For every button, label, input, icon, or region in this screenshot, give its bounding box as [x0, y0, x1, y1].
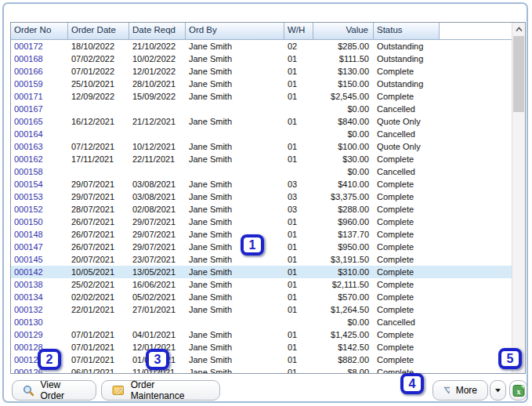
table-row[interactable]: 00016516/12/202121/12/2021Jane Smith01$8…: [11, 115, 512, 128]
order-maintenance-button[interactable]: Order Maintenance: [101, 380, 220, 401]
column-header-wh[interactable]: W/H: [284, 23, 313, 39]
cell-filler: [440, 216, 512, 228]
cell-order_no: 000165: [11, 115, 68, 128]
cell-ord_by: Jane Smith: [186, 278, 284, 291]
column-header-status[interactable]: Status: [374, 23, 440, 39]
cell-ord_by: [186, 165, 284, 178]
column-header-value[interactable]: Value: [313, 23, 374, 39]
view-order-button[interactable]: View Order: [12, 380, 96, 401]
table-row[interactable]: 00016607/01/202212/01/2022Jane Smith01$1…: [11, 65, 512, 78]
cell-wh: 01: [284, 90, 313, 103]
cell-date_reqd: 05/02/2021: [129, 291, 186, 303]
cell-ord_by: Jane Smith: [186, 328, 284, 341]
column-header-order_no[interactable]: Order No: [11, 23, 68, 39]
cell-order_no: 000159: [11, 78, 68, 90]
table-row[interactable]: 00015925/10/202128/10/2021Jane Smith01$1…: [11, 78, 512, 90]
table-row[interactable]: 00015228/07/202102/08/2021Jane Smith03$2…: [11, 203, 512, 216]
cell-filler: [440, 253, 512, 266]
callout-3: 3: [146, 349, 169, 370]
cell-date_reqd: 13/05/2021: [129, 266, 186, 278]
cell-status: Cancelled: [374, 128, 440, 140]
cell-date_reqd: 21/12/2021: [129, 115, 186, 128]
cell-status: Complete: [374, 266, 440, 278]
cell-ord_by: Jane Smith: [186, 241, 284, 253]
cell-status: Complete: [374, 153, 440, 165]
cell-value: $3,375.00: [313, 190, 374, 203]
more-button[interactable]: More: [432, 380, 488, 401]
table-body: 00017218/10/202221/10/2022Jane Smith02$2…: [11, 40, 512, 373]
cell-order_no: 000168: [11, 53, 68, 65]
table-row[interactable]: 00015026/07/202129/07/2021Jane Smith01$9…: [11, 216, 512, 228]
table-row[interactable]: 000167$0.00Cancelled: [11, 103, 512, 115]
export-to-excel-button[interactable]: x: [509, 380, 527, 401]
vertical-scrollbar[interactable]: [512, 23, 525, 373]
scroll-up-button[interactable]: [512, 23, 525, 36]
table-row[interactable]: 00015429/07/202103/08/2021Jane Smith03$4…: [11, 178, 512, 190]
table-row[interactable]: 00013825/02/202116/06/2021Jane Smith01$2…: [11, 278, 512, 291]
table-row[interactable]: 00012606/01/202111/01/2021Jane Smith01$8…: [11, 366, 512, 373]
column-header-order_date[interactable]: Order Date: [68, 23, 129, 39]
table-row[interactable]: 00013222/01/202127/01/2021Jane Smith01$1…: [11, 303, 512, 316]
cell-ord_by: Jane Smith: [186, 140, 284, 153]
table-row[interactable]: 000158$0.00Cancelled: [11, 165, 512, 178]
cell-order_date: 07/01/2021: [68, 341, 129, 353]
table-row[interactable]: 000164$0.00Cancelled: [11, 128, 512, 140]
table-row[interactable]: 00017218/10/202221/10/2022Jane Smith02$2…: [11, 40, 512, 53]
cell-ord_by: Jane Smith: [186, 53, 284, 65]
cell-ord_by: [186, 316, 284, 328]
column-header-date_reqd[interactable]: Date Reqd: [129, 23, 186, 39]
cell-value: $882.00: [313, 353, 374, 366]
cell-status: Complete: [374, 341, 440, 353]
cell-filler: [440, 153, 512, 165]
table-row[interactable]: 000130$0.00Cancelled: [11, 316, 512, 328]
cell-order_no: 000153: [11, 190, 68, 203]
cell-ord_by: Jane Smith: [186, 253, 284, 266]
cell-ord_by: Jane Smith: [186, 178, 284, 190]
table-row[interactable]: 00016217/11/202122/11/2021Jane Smith01$3…: [11, 153, 512, 165]
cell-ord_by: Jane Smith: [186, 90, 284, 103]
cell-ord_by: Jane Smith: [186, 366, 284, 373]
cell-value: $285.00: [313, 40, 374, 53]
cell-order_no: 000130: [11, 316, 68, 328]
cell-order_date: [68, 316, 129, 328]
callout-5: 5: [498, 348, 522, 369]
cell-value: $1,425.00: [313, 328, 374, 341]
column-header-ord_by[interactable]: Ord By: [186, 23, 284, 39]
cell-status: Complete: [374, 328, 440, 341]
cell-order_no: 000152: [11, 203, 68, 216]
scrollbar-thumb[interactable]: [513, 36, 524, 112]
more-dropdown-button[interactable]: [490, 380, 506, 401]
cell-wh: [284, 165, 313, 178]
cell-value: $410.00: [313, 178, 374, 190]
cell-value: $111.50: [313, 53, 374, 65]
cell-value: $3,191.50: [313, 253, 374, 266]
cell-order_date: 22/01/2021: [68, 303, 129, 316]
cell-filler: [440, 78, 512, 90]
column-header-filler: [440, 23, 512, 39]
cell-order_no: 000145: [11, 253, 68, 266]
cell-ord_by: Jane Smith: [186, 303, 284, 316]
table-row[interactable]: 00012907/01/202104/01/2021Jane Smith01$1…: [11, 328, 512, 341]
cell-order_date: 07/01/2021: [68, 353, 129, 366]
cell-status: Complete: [374, 216, 440, 228]
cell-date_reqd: 29/07/2021: [129, 241, 186, 253]
table-row[interactable]: 00014520/07/202123/07/2021Jane Smith01$3…: [11, 253, 512, 266]
table-row[interactable]: 00014210/05/202113/05/2021Jane Smith01$3…: [11, 266, 512, 278]
cell-wh: 01: [284, 253, 313, 266]
cell-order_date: 25/10/2021: [68, 78, 129, 90]
cell-status: Complete: [374, 353, 440, 366]
cell-value: $150.00: [313, 78, 374, 90]
table-row[interactable]: 00016807/02/202210/02/2022Jane Smith01$1…: [11, 53, 512, 65]
cell-date_reqd: 27/01/2021: [129, 303, 186, 316]
table-row[interactable]: 00012707/01/202101/01/2021Jane Smith01$8…: [11, 353, 512, 366]
cell-order_no: 000154: [11, 178, 68, 190]
cell-status: Complete: [374, 303, 440, 316]
cell-filler: [440, 303, 512, 316]
table-row[interactable]: 00013402/02/202105/02/2021Jane Smith01$5…: [11, 291, 512, 303]
table-row[interactable]: 00017112/09/202215/09/2022Jane Smith01$2…: [11, 90, 512, 103]
table-row[interactable]: 00016307/12/202110/12/2021Jane Smith01$1…: [11, 140, 512, 153]
table-row[interactable]: 00015329/07/202103/08/2021Jane Smith03$3…: [11, 190, 512, 203]
cell-filler: [440, 40, 512, 53]
cell-wh: 01: [284, 228, 313, 241]
table-row[interactable]: 00012807/01/202112/01/2021Jane Smith01$1…: [11, 341, 512, 353]
